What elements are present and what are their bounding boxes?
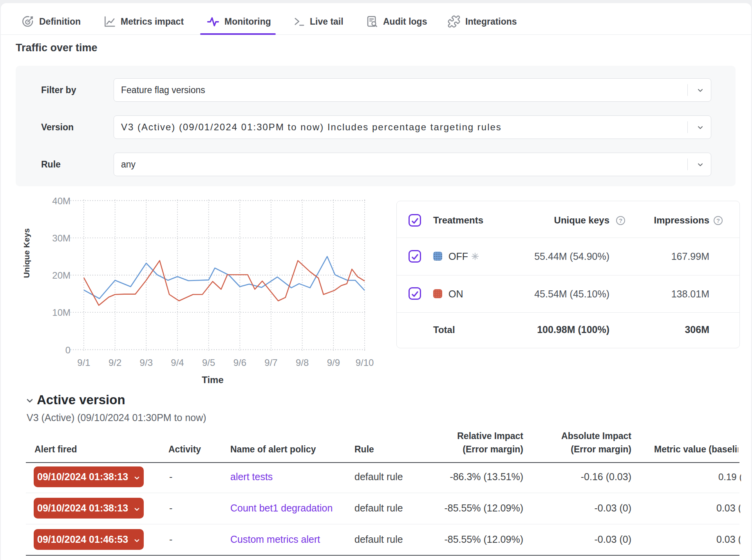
svg-text:9/7: 9/7: [264, 357, 277, 368]
svg-text:9/10: 9/10: [356, 357, 374, 368]
svg-text:10M: 10M: [52, 307, 70, 318]
svg-text:9/8: 9/8: [296, 357, 309, 368]
svg-text:9/9: 9/9: [327, 357, 340, 368]
svg-text:9/3: 9/3: [140, 357, 153, 368]
svg-text:9/6: 9/6: [233, 357, 246, 368]
svg-text:Unique Keys: Unique Keys: [22, 228, 31, 278]
svg-text:40M: 40M: [52, 196, 70, 206]
svg-text:9/5: 9/5: [202, 357, 215, 368]
svg-text:20M: 20M: [52, 270, 70, 281]
svg-text:Time: Time: [202, 375, 224, 385]
svg-text:9/1: 9/1: [77, 357, 90, 368]
svg-text:30M: 30M: [52, 233, 70, 243]
svg-text:9/4: 9/4: [171, 357, 184, 368]
svg-text:9/2: 9/2: [108, 357, 121, 368]
svg-text:0: 0: [65, 345, 70, 355]
